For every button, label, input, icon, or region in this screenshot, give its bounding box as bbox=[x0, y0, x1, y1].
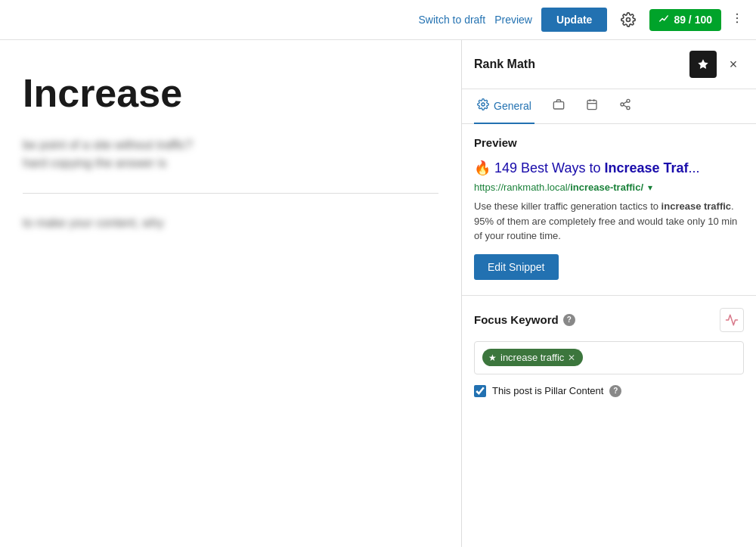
editor-blur-bottom: to make your content, why bbox=[23, 216, 438, 230]
sidebar-header-actions: × bbox=[689, 51, 744, 78]
pillar-row: This post is Pillar Content ? bbox=[474, 385, 744, 397]
svg-point-3 bbox=[736, 21, 738, 23]
score-badge[interactable]: 89 / 100 bbox=[649, 9, 721, 31]
keyword-label: Focus Keyword bbox=[474, 313, 559, 326]
keyword-help-icon[interactable]: ? bbox=[563, 314, 575, 326]
pillar-label: This post is Pillar Content bbox=[492, 385, 603, 396]
calendar-tab-icon bbox=[586, 98, 598, 113]
keyword-tag-text: increase traffic bbox=[500, 352, 564, 363]
svg-point-2 bbox=[736, 17, 738, 18]
preview-link[interactable]: Preview bbox=[494, 14, 532, 26]
pillar-help-icon[interactable]: ? bbox=[609, 385, 621, 397]
editor-divider bbox=[23, 193, 438, 194]
svg-point-12 bbox=[621, 103, 624, 106]
pillar-checkbox[interactable] bbox=[474, 385, 486, 397]
keyword-section: Focus Keyword ? ★ increase traffic bbox=[462, 296, 756, 412]
svg-point-11 bbox=[627, 99, 630, 102]
switch-to-draft-link[interactable]: Switch to draft bbox=[418, 14, 485, 26]
keyword-tag-star: ★ bbox=[488, 353, 497, 363]
svg-line-15 bbox=[624, 101, 627, 104]
close-button[interactable]: × bbox=[723, 54, 744, 75]
preview-url[interactable]: https://rankmath.local/increase-traffic/ bbox=[474, 182, 643, 193]
tab-general-label: General bbox=[494, 100, 531, 112]
share-tab-icon bbox=[619, 98, 631, 113]
preview-title-bold: Increase Traf bbox=[604, 160, 688, 176]
tab-redirects[interactable] bbox=[616, 89, 634, 124]
keyword-chart-button[interactable] bbox=[720, 308, 744, 332]
preview-url-bold: increase-traffic/ bbox=[570, 182, 643, 193]
preview-title-text: 149 Best Ways to Increase Traf... bbox=[494, 160, 700, 176]
svg-rect-6 bbox=[553, 102, 563, 109]
star-icon bbox=[697, 58, 709, 70]
sidebar-content: Preview 🔥 149 Best Ways to Increase Traf… bbox=[462, 124, 756, 412]
svg-point-5 bbox=[482, 103, 485, 106]
toolbar: Switch to draft Preview Update 89 / 100 bbox=[0, 0, 756, 40]
preview-url-base: https://rankmath.local/ bbox=[474, 182, 570, 193]
tab-general[interactable]: General bbox=[474, 89, 534, 124]
svg-point-13 bbox=[627, 107, 630, 110]
svg-line-14 bbox=[624, 105, 627, 107]
sidebar-title: Rank Math bbox=[474, 57, 535, 71]
gear-icon bbox=[621, 12, 636, 27]
chart-icon bbox=[725, 313, 739, 327]
tab-social[interactable] bbox=[550, 89, 568, 124]
editor-blur-line-2: hard copying the answer is bbox=[23, 157, 438, 170]
keyword-tag-remove[interactable]: ✕ bbox=[568, 353, 575, 363]
desc-start: Use these killer traffic generation tact… bbox=[474, 200, 662, 212]
tab-schema[interactable] bbox=[583, 89, 601, 124]
keyword-header: Focus Keyword ? bbox=[474, 308, 744, 332]
keyword-label-row: Focus Keyword ? bbox=[474, 313, 575, 326]
edit-snippet-button[interactable]: Edit Snippet bbox=[474, 254, 559, 280]
sidebar-tabs: General bbox=[462, 89, 756, 124]
ellipsis-icon bbox=[730, 11, 744, 25]
sidebar-header: Rank Math × bbox=[462, 40, 756, 89]
update-button[interactable]: Update bbox=[541, 8, 607, 32]
preview-url-row: https://rankmath.local/increase-traffic/… bbox=[474, 182, 744, 193]
settings-button[interactable] bbox=[616, 8, 640, 32]
gear-tab-icon bbox=[477, 98, 489, 113]
more-options-button[interactable] bbox=[730, 11, 744, 29]
svg-point-1 bbox=[736, 13, 738, 14]
svg-marker-4 bbox=[698, 59, 708, 69]
editor-title[interactable]: Increase bbox=[23, 70, 438, 116]
svg-point-0 bbox=[627, 18, 631, 22]
score-arrow-icon bbox=[658, 14, 669, 26]
editor-blur-line-1: be point of a site without traffic? bbox=[23, 138, 438, 152]
preview-description: Use these killer traffic generation tact… bbox=[474, 199, 744, 244]
keyword-tag: ★ increase traffic ✕ bbox=[482, 349, 583, 366]
score-value: 89 / 100 bbox=[674, 14, 712, 26]
preview-title: 🔥 149 Best Ways to Increase Traf... bbox=[474, 160, 744, 177]
sidebar: Rank Math × General bbox=[461, 40, 756, 547]
editor-area: Increase be point of a site without traf… bbox=[0, 40, 461, 547]
star-button[interactable] bbox=[689, 51, 717, 78]
main-layout: Increase be point of a site without traf… bbox=[0, 40, 756, 547]
briefcase-tab-icon bbox=[553, 98, 565, 113]
svg-rect-7 bbox=[587, 101, 596, 110]
preview-section: Preview 🔥 149 Best Ways to Increase Traf… bbox=[462, 124, 756, 296]
desc-bold: increase traffic bbox=[662, 200, 732, 212]
url-dropdown-icon[interactable]: ▾ bbox=[648, 182, 652, 193]
preview-heading: Preview bbox=[474, 136, 744, 149]
fire-emoji: 🔥 bbox=[474, 160, 494, 176]
keyword-input-box[interactable]: ★ increase traffic ✕ bbox=[474, 341, 744, 374]
